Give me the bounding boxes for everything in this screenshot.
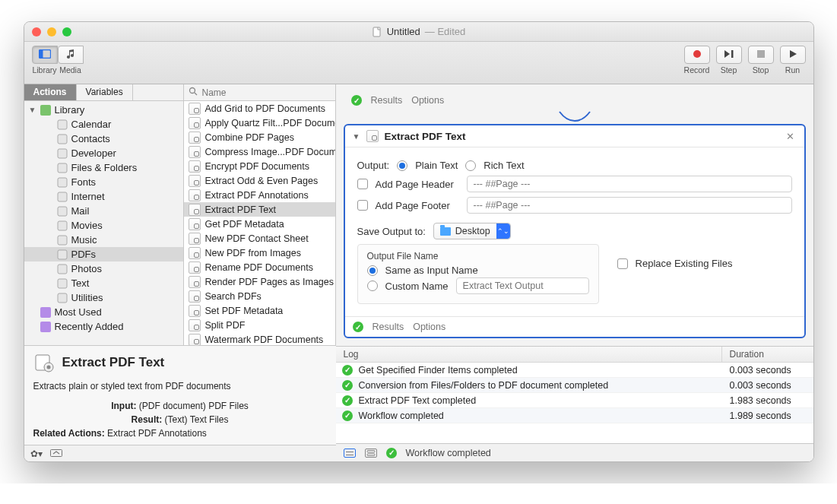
svg-point-23 [46, 366, 50, 369]
options-button[interactable]: Options [413, 322, 445, 332]
tab-variables[interactable]: Variables [77, 84, 133, 100]
radio-custom-name[interactable] [367, 281, 378, 291]
replace-existing-label[interactable]: Replace Existing Files [636, 258, 733, 269]
log-body[interactable]: ✓Get Specified Finder Items completed0.0… [336, 363, 813, 443]
sidebar-item-developer[interactable]: Developer [24, 146, 183, 160]
action-row[interactable]: Extract PDF Text [184, 202, 335, 217]
sidebar-item-mail[interactable]: Mail [24, 204, 183, 218]
save-output-select[interactable]: Desktop ⌃⌄ [433, 223, 511, 239]
sidebar-item-library[interactable]: ▼Library [24, 103, 183, 117]
disclosure-triangle-icon[interactable]: ▼ [353, 132, 360, 141]
view-mode-list-icon[interactable] [344, 449, 356, 458]
sidebar-item-recently-added[interactable]: Recently Added [24, 319, 183, 334]
rich-text-label[interactable]: Rich Text [483, 160, 524, 171]
action-label: Render PDF Pages as Images [205, 277, 334, 287]
prev-results-button[interactable]: Results [371, 95, 403, 106]
check-icon: ✓ [353, 322, 363, 332]
record-button[interactable] [684, 46, 710, 64]
folder-icon [40, 104, 52, 116]
action-icon [33, 352, 55, 373]
add-header-label[interactable]: Add Page Header [376, 179, 459, 190]
prev-options-button[interactable]: Options [411, 95, 444, 106]
action-row[interactable]: Get PDF Metadata [184, 217, 335, 231]
action-label: Set PDF Metadata [205, 306, 284, 316]
search-input[interactable] [198, 86, 335, 100]
checkbox-replace-existing[interactable] [617, 258, 628, 269]
sidebar-item-calendar[interactable]: Calendar [24, 117, 183, 132]
log-header-message[interactable]: Log [336, 347, 722, 362]
action-row[interactable]: Encrypt PDF Documents [184, 159, 335, 173]
custom-name-label[interactable]: Custom Name [385, 281, 449, 292]
view-mode-flow-icon[interactable] [365, 449, 377, 458]
action-row[interactable]: Rename PDF Documents [184, 260, 335, 274]
checkbox-add-footer[interactable] [357, 200, 368, 211]
action-row[interactable]: Compress Image...PDF Documents [184, 144, 335, 159]
output-label: Output: [357, 160, 390, 171]
log-row[interactable]: ✓Get Specified Finder Items completed0.0… [336, 363, 813, 378]
actions-list[interactable]: Add Grid to PDF DocumentsApply Quartz Fi… [184, 101, 335, 345]
action-row[interactable]: New PDF Contact Sheet [184, 231, 335, 246]
log-row[interactable]: ✓Extract PDF Text completed1.983 seconds [336, 393, 813, 408]
record-icon [692, 49, 702, 62]
step-button[interactable] [716, 46, 742, 64]
action-row[interactable]: Split PDF [184, 318, 335, 332]
close-icon[interactable]: ✕ [785, 130, 797, 142]
library-tree[interactable]: ▼LibraryCalendarContactsDeveloperFiles &… [24, 101, 183, 338]
plain-text-label[interactable]: Plain Text [415, 160, 458, 171]
sidebar-item-music[interactable]: Music [24, 233, 183, 247]
sidebar-item-photos[interactable]: Photos [24, 262, 183, 276]
log-row[interactable]: ✓Workflow completed1.989 seconds [336, 408, 813, 423]
same-name-label[interactable]: Same as Input Name [385, 265, 478, 276]
library-toggle-button[interactable] [32, 46, 58, 64]
hide-info-icon[interactable] [50, 449, 62, 459]
sidebar-item-movies[interactable]: Movies [24, 218, 183, 233]
log-row[interactable]: ✓Conversion from Files/Folders to PDF do… [336, 378, 813, 393]
category-icon [56, 277, 68, 290]
radio-same-name[interactable] [367, 265, 378, 276]
action-row[interactable]: New PDF from Images [184, 246, 335, 260]
sidebar-item-most-used[interactable]: Most Used [24, 305, 183, 319]
action-row[interactable]: Set PDF Metadata [184, 303, 335, 318]
sidebar-item-label: Library [55, 104, 85, 116]
sidebar-item-internet[interactable]: Internet [24, 189, 183, 204]
stop-button[interactable] [748, 46, 774, 64]
action-row[interactable]: Watermark PDF Documents [184, 332, 335, 345]
pdf-icon [189, 146, 201, 158]
sidebar-item-label: Calendar [71, 119, 112, 130]
sidebar-item-utilities[interactable]: Utilities [24, 290, 183, 305]
action-row[interactable]: Extract PDF Annotations [184, 188, 335, 202]
action-row[interactable]: Combine PDF Pages [184, 130, 335, 144]
custom-name-input[interactable] [456, 277, 589, 294]
svg-point-19 [189, 88, 195, 94]
action-row[interactable]: Apply Quartz Filt...PDF Documents [184, 116, 335, 130]
run-button[interactable] [780, 46, 806, 64]
header-input[interactable] [467, 176, 792, 192]
results-button[interactable]: Results [373, 322, 404, 332]
sidebar-item-fonts[interactable]: Fonts [24, 175, 183, 189]
add-footer-label[interactable]: Add Page Footer [376, 200, 459, 211]
action-row[interactable]: Add Grid to PDF Documents [184, 101, 335, 116]
checkbox-add-header[interactable] [357, 179, 368, 189]
minimize-window-button[interactable] [47, 27, 56, 36]
radio-plain-text[interactable] [397, 160, 407, 171]
sidebar-item-files-folders[interactable]: Files & Folders [24, 160, 183, 175]
svg-rect-4 [731, 50, 734, 58]
tab-actions[interactable]: Actions [24, 84, 77, 100]
action-row[interactable]: Search PDFs [184, 289, 335, 303]
action-row[interactable]: Extract Odd & Even Pages [184, 173, 335, 188]
action-row[interactable]: Render PDF Pages as Images [184, 274, 335, 289]
radio-rich-text[interactable] [465, 160, 476, 171]
sidebar-item-pdfs[interactable]: PDFs [24, 247, 183, 262]
media-toggle-button[interactable] [58, 46, 84, 64]
pdf-icon [189, 334, 201, 346]
zoom-window-button[interactable] [62, 27, 71, 36]
svg-rect-5 [757, 50, 765, 58]
sidebar-item-text[interactable]: Text [24, 276, 183, 290]
log-header-duration[interactable]: Duration [722, 347, 813, 362]
svg-rect-12 [58, 207, 67, 216]
gear-icon[interactable]: ✿▾ [30, 449, 43, 459]
footer-input[interactable] [467, 197, 792, 214]
pdf-icon [189, 175, 201, 187]
sidebar-item-contacts[interactable]: Contacts [24, 132, 183, 146]
close-window-button[interactable] [32, 27, 41, 36]
